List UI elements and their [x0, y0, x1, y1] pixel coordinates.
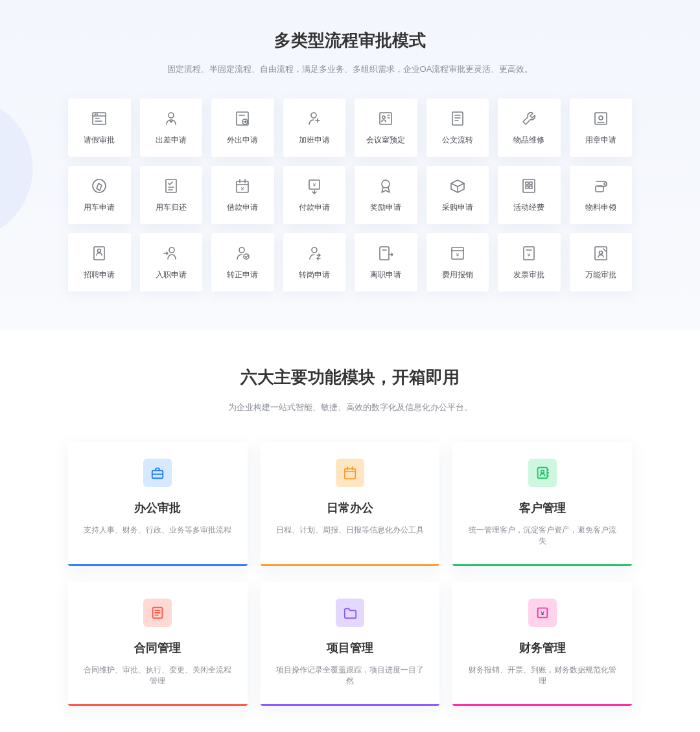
approval-card-7[interactable]: 用章申请 [570, 98, 633, 157]
module-card-3[interactable]: 合同管理合同维护、审批、执行、变更、关闭全流程管理 [68, 582, 248, 706]
approval-card-label: 付款申请 [299, 202, 330, 213]
approval-card-20[interactable]: 离职申请 [355, 233, 417, 292]
approval-card-label: 采购申请 [442, 202, 473, 213]
roll-icon [592, 177, 610, 194]
approval-card-label: 用车申请 [84, 202, 115, 213]
module-title: 办公审批 [81, 500, 235, 516]
module-card-2[interactable]: 客户管理统一管理客户，沉淀客户资产，避免客户流失 [452, 442, 632, 566]
approval-card-label: 会议室预定 [366, 135, 405, 146]
approval-card-8[interactable]: 用车申请 [68, 166, 131, 224]
exit-doc-icon [233, 110, 251, 127]
approval-card-label: 离职申请 [370, 269, 401, 280]
approval-card-label: 加班申请 [299, 135, 330, 146]
module-title: 客户管理 [465, 500, 619, 516]
module-card-5[interactable]: 财务管理财务报销、开票、到账，财务数据规范化管理 [452, 582, 632, 706]
approval-modes-section: 多类型流程审批模式 固定流程、半固定流程、自由流程，满足多业务、多组织需求，企业… [0, 0, 700, 330]
exit-doc2-icon [377, 245, 395, 262]
approval-card-9[interactable]: 用车归还 [140, 166, 203, 224]
module-title: 日常办公 [274, 500, 427, 516]
approval-card-label: 物品维修 [513, 135, 544, 146]
invoice-icon [520, 245, 538, 262]
document-icon [449, 110, 467, 127]
approval-grid: 请假审批出差申请外出申请加班申请会议室预定公文流转物品维修用章申请用车申请用车归… [68, 98, 632, 292]
approval-card-label: 奖励申请 [370, 202, 401, 213]
approval-card-label: 发票审批 [513, 269, 544, 280]
approval-card-19[interactable]: 转岗申请 [283, 233, 346, 292]
list-check-icon [162, 177, 180, 194]
approval-card-label: 转正申请 [227, 269, 258, 280]
approval-card-label: 借款申请 [227, 202, 258, 213]
approval-card-17[interactable]: 入职申请 [140, 233, 203, 292]
approval-card-label: 入职申请 [156, 269, 187, 280]
approval-card-label: 活动经费 [513, 202, 544, 213]
approval-card-15[interactable]: 物料申领 [570, 166, 633, 224]
approval-card-label: 公文流转 [442, 135, 473, 146]
modules-grid: 办公审批支持人事、财务、行政、业务等多审批流程日常办公日程、计划、周报、日报等信… [68, 442, 632, 706]
approval-card-label: 请假审批 [84, 135, 115, 146]
medal-icon [377, 177, 395, 194]
universal-icon [592, 245, 610, 262]
person-in-icon [162, 245, 180, 262]
approval-card-label: 万能审批 [585, 269, 616, 280]
module-desc: 统一管理客户，沉淀客户资产，避免客户流失 [465, 525, 619, 547]
module-desc: 财务报销、开票、到账，财务数据规范化管理 [465, 665, 619, 687]
section1-subtitle: 固定流程、半固定流程、自由流程，满足多业务、多组织需求，企业OA流程审批更灵活、… [0, 63, 700, 75]
module-title: 财务管理 [465, 640, 619, 656]
approval-card-11[interactable]: 付款申请 [283, 166, 346, 224]
approval-card-14[interactable]: 活动经费 [498, 166, 561, 224]
approval-card-5[interactable]: 公文流转 [426, 98, 489, 157]
approval-card-3[interactable]: 加班申请 [283, 98, 346, 157]
approval-card-10[interactable]: 借款申请 [211, 166, 274, 224]
expense-icon [449, 245, 467, 262]
approval-card-label: 转岗申请 [299, 269, 330, 280]
box-icon [449, 177, 467, 194]
module-title: 项目管理 [274, 640, 427, 656]
person-plus-icon [305, 110, 323, 127]
approval-card-12[interactable]: 奖励申请 [355, 166, 417, 224]
person-check-icon [233, 245, 251, 262]
stamp-icon [592, 110, 610, 127]
approval-card-22[interactable]: 发票审批 [498, 233, 561, 292]
section2-title: 六大主要功能模块，开箱即用 [0, 366, 700, 389]
approval-card-1[interactable]: 出差申请 [140, 98, 203, 157]
module-card-4[interactable]: 项目管理项目操作记录全覆盖跟踪，项目进度一目了然 [261, 582, 440, 706]
briefcase-icon [143, 459, 172, 487]
approval-card-0[interactable]: 请假审批 [68, 98, 131, 157]
grid-doc-icon [520, 177, 538, 194]
section1-title: 多类型流程审批模式 [0, 29, 700, 52]
calendar-money-icon [233, 177, 251, 194]
person-icon [162, 110, 180, 127]
calendar-icon [336, 459, 364, 487]
folder-icon [336, 599, 364, 627]
approval-card-13[interactable]: 采购申请 [426, 166, 489, 224]
money-down-icon [305, 177, 323, 194]
approval-card-label: 出差申请 [156, 135, 187, 146]
module-title: 合同管理 [81, 640, 235, 656]
module-desc: 日程、计划、周报、日报等信息化办公工具 [274, 525, 427, 536]
approval-card-2[interactable]: 外出申请 [211, 98, 274, 157]
approval-card-6[interactable]: 物品维修 [498, 98, 561, 157]
module-card-0[interactable]: 办公审批支持人事、财务、行政、业务等多审批流程 [68, 442, 248, 566]
approval-card-label: 招聘申请 [84, 269, 115, 280]
module-card-1[interactable]: 日常办公日程、计划、周报、日报等信息化办公工具 [261, 442, 440, 566]
approval-card-label: 用车归还 [156, 202, 187, 213]
form-icon [90, 110, 108, 127]
module-desc: 支持人事、财务、行政、业务等多审批流程 [81, 525, 235, 536]
wrench-icon [520, 110, 538, 127]
approval-card-label: 外出申请 [227, 135, 258, 146]
approval-card-18[interactable]: 转正申请 [211, 233, 274, 292]
approval-card-label: 费用报销 [442, 269, 473, 280]
approval-card-label: 物料申领 [585, 202, 616, 213]
contacts-icon [528, 459, 557, 487]
compass-icon [90, 177, 108, 194]
approval-card-4[interactable]: 会议室预定 [355, 98, 417, 157]
feature-modules-section: 六大主要功能模块，开箱即用 为企业构建一站式智能、敏捷、高效的数字化及信息化办公… [0, 330, 700, 732]
approval-card-16[interactable]: 招聘申请 [68, 233, 131, 292]
approval-card-21[interactable]: 费用报销 [426, 233, 489, 292]
person-swap-icon [305, 245, 323, 262]
meeting-room-icon [377, 110, 395, 127]
finance-icon [528, 599, 557, 627]
approval-card-23[interactable]: 万能审批 [570, 233, 633, 292]
approval-card-label: 用章申请 [585, 135, 616, 146]
section2-subtitle: 为企业构建一站式智能、敏捷、高效的数字化及信息化办公平台。 [0, 402, 700, 413]
